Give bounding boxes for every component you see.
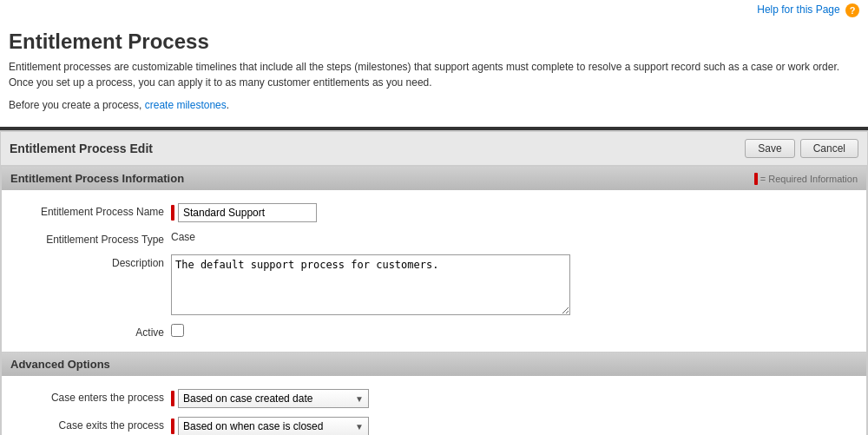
name-input[interactable] bbox=[178, 203, 317, 222]
help-icon[interactable]: ? bbox=[845, 3, 859, 17]
exits-select-wrapper: Based on when case is closed Based on cu… bbox=[178, 417, 369, 435]
top-bar: Help for this Page ? bbox=[0, 0, 868, 21]
enters-row: Case enters the process Based on case cr… bbox=[2, 385, 866, 412]
description-label: Description bbox=[10, 254, 171, 269]
active-label: Active bbox=[10, 324, 171, 339]
required-note: = Required Information bbox=[754, 173, 858, 185]
page-title: Entitlement Process bbox=[0, 21, 868, 59]
name-field bbox=[171, 203, 858, 222]
advanced-section: Advanced Options Case enters the process… bbox=[1, 353, 867, 435]
exits-select[interactable]: Based on when case is closed Based on cu… bbox=[178, 417, 369, 435]
type-row: Entitlement Process Type Case bbox=[2, 227, 866, 250]
info-form-body: Entitlement Process Name Entitlement Pro… bbox=[2, 190, 866, 352]
active-checkbox[interactable] bbox=[171, 324, 184, 337]
enters-required-indicator bbox=[171, 391, 174, 406]
exits-row: Case exits the process Based on when cas… bbox=[2, 412, 866, 435]
required-bar-icon bbox=[754, 173, 758, 185]
enters-select-wrapper: Based on case created date Based on cust… bbox=[178, 389, 369, 408]
exits-field: Based on when case is closed Based on cu… bbox=[171, 417, 858, 435]
create-milestones-link[interactable]: create milestones bbox=[145, 99, 227, 111]
exits-required-indicator bbox=[171, 419, 174, 434]
enters-label: Case enters the process bbox=[10, 389, 171, 404]
advanced-section-header: Advanced Options bbox=[2, 353, 866, 376]
exits-label: Case exits the process bbox=[10, 417, 171, 432]
name-label: Entitlement Process Name bbox=[10, 203, 171, 218]
info-section-header: Entitlement Process Information = Requir… bbox=[2, 167, 866, 190]
name-row: Entitlement Process Name bbox=[2, 199, 866, 227]
edit-header-buttons: Save Cancel bbox=[745, 139, 858, 158]
type-value: Case bbox=[171, 231, 195, 243]
name-required-indicator bbox=[171, 205, 174, 221]
edit-section-title: Entitlement Process Edit bbox=[10, 142, 153, 155]
description-field: The default support process for customer… bbox=[171, 254, 858, 315]
description-textarea[interactable]: The default support process for customer… bbox=[171, 254, 570, 315]
description-row: Description The default support process … bbox=[2, 250, 866, 320]
edit-section-header: Entitlement Process Edit Save Cancel bbox=[1, 131, 867, 166]
type-label: Entitlement Process Type bbox=[10, 231, 171, 246]
page-description-2: Before you create a process, create mile… bbox=[0, 97, 868, 120]
active-field bbox=[171, 324, 858, 337]
type-field: Case bbox=[171, 231, 858, 243]
main-form-container: Entitlement Process Edit Save Cancel Ent… bbox=[0, 130, 868, 435]
enters-field: Based on case created date Based on cust… bbox=[171, 389, 858, 408]
active-row: Active bbox=[2, 320, 866, 343]
advanced-form-body: Case enters the process Based on case cr… bbox=[2, 376, 866, 435]
advanced-section-title: Advanced Options bbox=[10, 358, 110, 371]
help-link[interactable]: Help for this Page bbox=[757, 3, 839, 16]
enters-select[interactable]: Based on case created date Based on cust… bbox=[178, 389, 369, 408]
save-button-top[interactable]: Save bbox=[745, 139, 794, 158]
cancel-button-top[interactable]: Cancel bbox=[800, 139, 858, 158]
info-section-title: Entitlement Process Information bbox=[10, 172, 184, 185]
info-section: Entitlement Process Information = Requir… bbox=[1, 166, 867, 353]
page-description-1: Entitlement processes are customizable t… bbox=[0, 59, 868, 97]
